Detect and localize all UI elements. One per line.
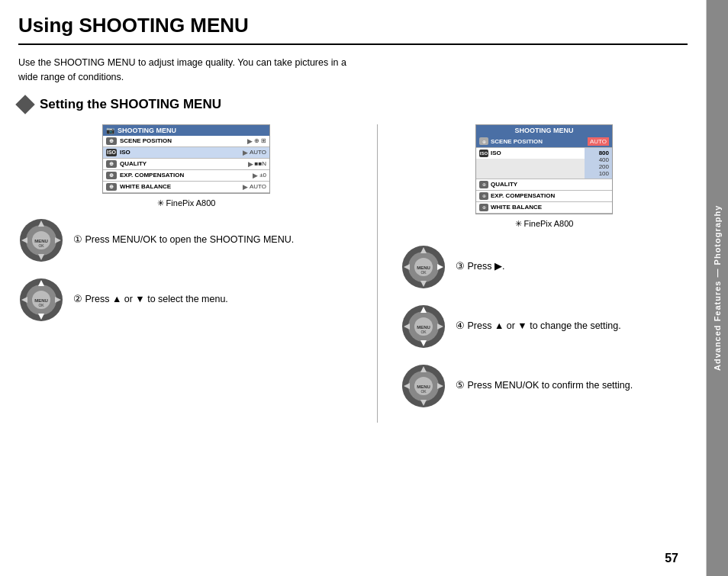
right-iso-label-col: ISO ISO (476, 148, 585, 179)
step-3-num: ③ (456, 261, 465, 272)
section-heading-text: Setting the SHOOTING MENU (40, 97, 221, 112)
column-divider (377, 124, 378, 423)
step-2-content: Press ▲ or ▼ to select the menu. (85, 294, 227, 304)
step-5-text: ⑤ Press MENU/OK to confirm the setting. (456, 378, 633, 393)
wb-label: WHITE BALANCE (120, 183, 241, 190)
right-column: SHOOTING MENU ⊕ SCENE POSITION AUTO ISO … (401, 124, 688, 423)
svg-text:OK: OK (38, 303, 44, 307)
scene-icon: ⊕ (106, 137, 117, 145)
wb-icon: ⊕ (106, 183, 117, 191)
main-content: Using SHOOTING MENU Use the SHOOTING MEN… (0, 0, 707, 576)
exp-label: EXP. COMPENSATION (120, 172, 251, 179)
right-quality-label: QUALITY (491, 181, 609, 188)
nav-wheel-1: MENU OK (18, 217, 64, 263)
nav-wheel-4: MENU OK (401, 304, 446, 349)
right-quality-icon: ⊕ (479, 181, 488, 188)
menu-row-iso: ISO ISO ▶ AUTO (103, 147, 269, 159)
wb-arrow: ▶ (243, 183, 248, 191)
camera-icon: 📷 (106, 127, 114, 134)
iso-label: ISO (120, 149, 241, 156)
scene-label: SCENE POSITION (120, 137, 246, 144)
step-1: MENU OK ① Press MENU/OK to open the SHOO… (18, 217, 354, 263)
right-sidebar: Advanced Features — Photography (707, 0, 728, 576)
scene-arrow: ▶ (247, 137, 253, 145)
two-col-layout: 📷 SHOOTING MENU ⊕ SCENE POSITION ▶ ⊕ ⊞ I… (18, 124, 688, 423)
iso-val-100: 100 (599, 170, 609, 177)
right-steps: MENU OK ③ Press ▶. (401, 238, 688, 409)
right-scene-label: SCENE POSITION (491, 138, 588, 145)
svg-text:OK: OK (420, 389, 427, 394)
right-row-exp: ⊕ EXP. COMPENSATION (476, 191, 612, 202)
right-row-wb: ⊕ WHITE BALANCE (476, 202, 612, 214)
step-1-text: ① Press MENU/OK to open the SHOOTING MEN… (73, 233, 294, 247)
menu-screenshot-left: 📷 SHOOTING MENU ⊕ SCENE POSITION ▶ ⊕ ⊞ I… (102, 124, 270, 194)
right-row-iso: ISO ISO (476, 148, 585, 159)
intro-text: Use the SHOOTING MENU to adjust image qu… (18, 56, 354, 85)
nav-wheel-3: MENU OK (401, 244, 446, 290)
nav-wheel-5: MENU OK (401, 363, 446, 409)
right-row-scene: ⊕ SCENE POSITION AUTO (476, 136, 612, 148)
step-5-content: Press MENU/OK to confirm the setting. (467, 380, 633, 391)
menu-title-right: SHOOTING MENU (476, 125, 612, 136)
step-2: MENU OK ② Press ▲ or ▼ to select the men… (18, 277, 354, 323)
step-3-text: ③ Press ▶. (456, 259, 504, 274)
step-4-content: Press ▲ or ▼ to change the setting. (467, 320, 620, 331)
nav-wheel-2: MENU OK (18, 277, 64, 323)
right-scene-value: AUTO (588, 137, 609, 146)
step-5: MENU OK ⑤ Press MENU/OK to confirm the s… (401, 363, 688, 409)
right-iso-expanded: ISO ISO 800 400 200 100 (476, 148, 612, 179)
right-exp-label: EXP. COMPENSATION (491, 192, 609, 199)
page-container: Using SHOOTING MENU Use the SHOOTING MEN… (0, 0, 728, 576)
right-iso-label: ISO (491, 150, 581, 156)
right-exp-icon: ⊕ (479, 192, 488, 200)
diamond-icon (15, 95, 34, 114)
step-2-num: ② (73, 294, 82, 304)
menu-row-exp: ⊕ EXP. COMPENSATION ▶ ±0 (103, 170, 269, 182)
iso-dropdown-values: 800 400 200 100 (585, 148, 612, 179)
iso-value: AUTO (250, 149, 266, 156)
menu-screenshot-right: SHOOTING MENU ⊕ SCENE POSITION AUTO ISO … (475, 124, 613, 214)
iso-icon: ISO (106, 149, 117, 156)
right-row-quality: ⊕ QUALITY (476, 179, 612, 191)
step-2-text: ② Press ▲ or ▼ to select the menu. (73, 292, 228, 307)
section-heading: Setting the SHOOTING MENU (18, 97, 688, 112)
menu-row-scene: ⊕ SCENE POSITION ▶ ⊕ ⊞ (103, 136, 269, 147)
step-1-num: ① (73, 234, 82, 245)
finepix-caption-right: ✳ FinePix A800 (401, 219, 688, 229)
step-4-text: ④ Press ▲ or ▼ to change the setting. (456, 319, 621, 333)
exp-arrow: ▶ (253, 172, 258, 179)
svg-text:OK: OK (420, 330, 427, 334)
svg-text:OK: OK (420, 270, 427, 275)
right-wb-icon: ⊕ (479, 204, 488, 211)
svg-text:OK: OK (38, 243, 44, 248)
step-3-content: Press ▶. (467, 261, 504, 272)
menu-title-bar-left: 📷 SHOOTING MENU (103, 125, 269, 136)
iso-val-800: 800 (599, 150, 609, 156)
right-scene-icon: ⊕ (479, 137, 488, 145)
page-title: Using SHOOTING MENU (18, 14, 688, 45)
step-5-num: ⑤ (456, 380, 465, 391)
menu-row-wb: ⊕ WHITE BALANCE ▶ AUTO (103, 182, 269, 193)
iso-val-400: 400 (599, 156, 609, 163)
exp-value: ±0 (259, 172, 266, 179)
sidebar-label: Advanced Features — Photography (713, 205, 722, 371)
quality-value: ■■N (255, 160, 266, 167)
wb-value: AUTO (250, 183, 266, 190)
menu-title-left: SHOOTING MENU (118, 127, 176, 134)
step-1-content: Press MENU/OK to open the SHOOTING MENU. (85, 234, 294, 245)
iso-arrow: ▶ (243, 149, 248, 156)
page-number: 57 (665, 552, 678, 565)
finepix-caption-left: ✳ FinePix A800 (18, 198, 354, 208)
quality-icon: ⊕ (106, 160, 117, 168)
scene-value: ⊕ ⊞ (254, 137, 266, 144)
right-iso-icon: ISO (479, 150, 488, 157)
menu-row-quality: ⊕ QUALITY ▶ ■■N (103, 159, 269, 170)
right-wb-label: WHITE BALANCE (491, 204, 609, 211)
quality-label: QUALITY (120, 160, 246, 167)
step-3: MENU OK ③ Press ▶. (401, 244, 688, 290)
exp-icon: ⊕ (106, 172, 117, 179)
step-4: MENU OK ④ Press ▲ or ▼ to change the set… (401, 304, 688, 349)
quality-arrow: ▶ (248, 160, 253, 168)
iso-val-200: 200 (599, 163, 609, 170)
step-4-num: ④ (456, 320, 465, 331)
